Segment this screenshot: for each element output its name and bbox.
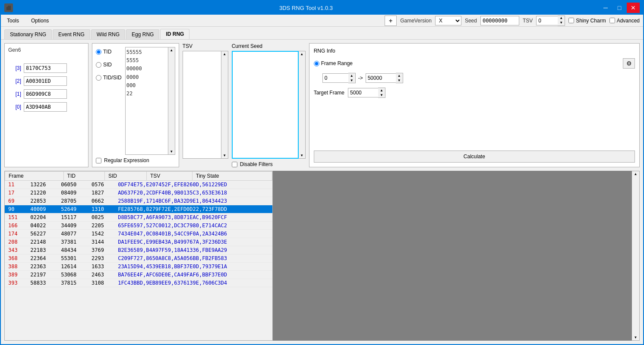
tid-listbox[interactable]: 55555 5555 00000 0000 000 22 [125,47,168,155]
cell-frame: 11 [5,181,27,189]
close-button[interactable]: ✕ [627,3,640,13]
shiny-charm-checkbox[interactable] [568,18,574,23]
current-seed-scroll-down[interactable]: ▼ [299,153,304,158]
current-seed-listbox[interactable] [232,51,299,159]
frame-end-input[interactable] [366,73,396,83]
maximize-button[interactable]: □ [613,3,626,13]
seed-input[interactable] [480,16,519,25]
tab-stationary-rng[interactable]: Stationary RNG [4,29,52,39]
cell-tid: 22853 [27,197,57,205]
tsv-scroll-up[interactable]: ▲ [222,51,227,57]
frame-start-decrement[interactable]: ▼ [348,78,355,83]
tid-scrollbar[interactable]: ▲ ▼ [168,47,175,155]
tid-sid-radio[interactable] [96,75,101,81]
tid-radio-label[interactable]: TID [96,49,122,55]
current-seed-scrollbar[interactable]: ▲ ▼ [299,51,306,159]
frame-start-increment[interactable]: ▲ [348,73,355,78]
results-scroll-up[interactable]: ▲ [633,171,638,177]
sid-label: SID [103,62,112,68]
table-row[interactable]: 17 21220 08409 1827 AD637F20,2CDFF40B,9B… [5,189,272,197]
table-row[interactable]: 151 02204 15117 0825 D8B5BC77,A6FA9073,8… [5,213,272,222]
tab-id-rng[interactable]: ID RNG [160,29,189,39]
tid-sid-radio-label[interactable]: TID/SID [96,75,122,81]
frame-end-decrement[interactable]: ▼ [396,78,403,83]
tsv-increment[interactable]: ▲ [558,16,565,21]
tid-item-1: 5555 [126,56,167,65]
gen6-input-0[interactable] [24,102,67,112]
cell-sid: 37815 [57,279,88,287]
table-row[interactable]: 69 22853 28705 0662 2588B19F,1714BC6F,BA… [5,197,272,205]
shiny-charm-checkbox-label[interactable]: Shiny Charm [568,18,606,24]
results-scroll-down[interactable]: ▼ [633,335,638,340]
cell-tid: 13226 [27,181,57,189]
gen6-input-3[interactable] [24,63,67,73]
table-row[interactable]: 343 22183 48434 3769 B2E36589,B4A97F59,1… [5,246,272,254]
tabs-bar: Stationary RNG Event RNG Wild RNG Egg RN… [1,27,643,40]
table-row[interactable]: 166 04022 34409 2205 65FE6597,527C0012,D… [5,222,272,230]
tab-event-rng[interactable]: Event RNG [53,29,90,39]
tsv-decrement[interactable]: ▼ [558,21,565,25]
tsv-label: TSV [523,18,533,24]
disable-filters-checkbox[interactable] [232,162,237,167]
table-row[interactable]: 90 40009 52649 1310 FE285768,8279F72E,2E… [5,205,272,213]
gen6-input-2[interactable] [24,76,67,86]
gen6-panel: Gen6 [3] [2] [1] [0] [4,43,88,167]
cell-tiny-state: FE285768,8279F72E,2EFD0D22,723F78DD [114,205,272,213]
cell-tid: 40009 [27,205,57,213]
gen6-label-2: [2] [8,78,21,84]
results-body[interactable]: 11 13226 06050 0576 0DF74E75,E207452F,EF… [5,181,272,340]
gen6-input-1[interactable] [24,89,67,99]
table-row[interactable]: 393 58833 37815 3108 1FC43BBD,9EB89EE9,6… [5,279,272,287]
current-seed-scroll-up[interactable]: ▲ [299,51,304,57]
target-frame-input[interactable] [348,88,378,97]
menu-tools[interactable]: Tools [4,17,22,25]
col-tiny-state: Tiny State [192,172,272,181]
sid-radio-label[interactable]: SID [96,62,122,68]
cell-tid: 22148 [27,238,57,246]
target-frame-decrement[interactable]: ▼ [378,93,385,97]
tsv-scroll-down[interactable]: ▼ [222,153,227,158]
game-version-select[interactable]: X Y OR AS Sun Moon [435,16,461,25]
regular-expr-row: Regular Expression [96,157,175,163]
cell-tid: 22363 [27,263,57,271]
table-row[interactable]: 208 22148 37381 3144 DA1FEE9C,E99EB43A,B… [5,238,272,246]
tab-wild-rng[interactable]: Wild RNG [91,29,125,39]
plus-button[interactable]: + [385,16,397,26]
frame-start-input[interactable] [322,73,348,83]
frame-range-radio-label[interactable]: Frame Range [314,60,353,66]
tab-egg-rng[interactable]: Egg RNG [126,29,159,39]
gen6-row-2: [2] [8,76,85,86]
cell-tid: 22197 [27,271,57,279]
frame-range-inputs: ▲ ▼ -> ▲ ▼ [322,73,635,83]
calculate-button[interactable]: Calculate [314,151,635,163]
advanced-label: Advanced [617,18,640,24]
gear-button[interactable]: ⚙ [623,58,635,69]
cell-sid: 15117 [57,213,88,222]
tid-scroll-up[interactable]: ▲ [169,47,174,53]
regular-expression-checkbox[interactable] [96,158,101,163]
tsv-listbox[interactable] [183,51,221,159]
table-row[interactable]: 389 22197 53068 2463 BA76EE4F,AFC6DE0E,C… [5,271,272,279]
tid-scroll-down[interactable]: ▼ [169,149,174,154]
advanced-checkbox-label[interactable]: Advanced [609,18,640,24]
target-frame-increment[interactable]: ▲ [378,88,385,93]
tsv-scrollbar[interactable]: ▲ ▼ [221,51,228,159]
cell-tiny-state: 1FC43BBD,9EB89EE9,6376139E,7606C3D4 [114,279,272,287]
table-row[interactable]: 388 22363 12614 1633 23A15D94,4539EB18,B… [5,263,272,271]
table-row[interactable]: 11 13226 06050 0576 0DF74E75,E207452F,EF… [5,181,272,189]
title-bar: ⬛ 3DS RNG Tool v1.0.3 ─ □ ✕ [1,1,643,15]
radio-group: TID SID TID/SID [96,49,122,81]
tid-radio[interactable] [96,49,101,55]
table-row[interactable]: 368 22364 55301 2293 C209F727,8650A8C8,A… [5,254,272,263]
cell-tiny-state: D8B5BC77,A6FA9073,8DB71EAC,B9620FCF [114,213,272,222]
frame-range-radio[interactable] [314,61,319,66]
advanced-checkbox[interactable] [609,18,615,23]
menu-options[interactable]: Options [28,17,51,25]
minimize-button[interactable]: ─ [599,3,612,13]
results-panel: Frame TID SID TSV Tiny State 11 13226 06… [4,171,273,341]
results-scrollbar[interactable]: ▲ ▼ [632,171,640,341]
table-row[interactable]: 174 56227 48077 1542 7434E047,0C08401B,5… [5,230,272,238]
sid-radio[interactable] [96,62,101,68]
frame-end-increment[interactable]: ▲ [396,73,403,78]
tsv-input[interactable] [536,16,558,25]
